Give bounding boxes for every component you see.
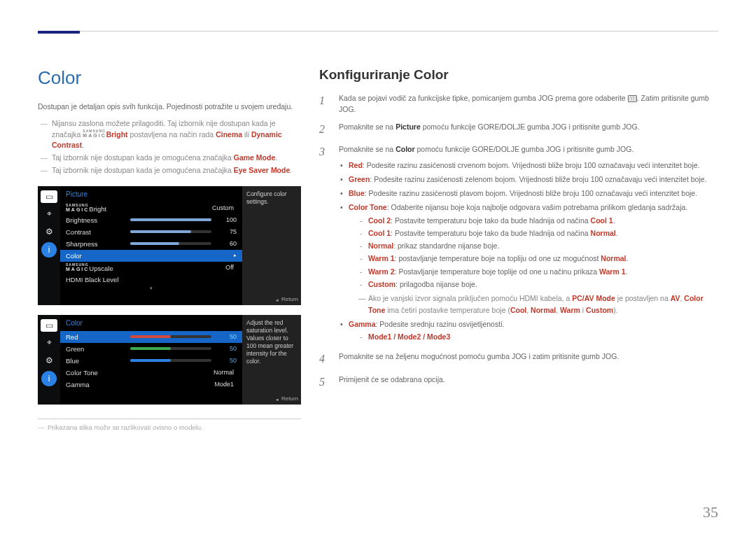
step-number: 5: [319, 374, 329, 391]
osd-tip: Adjust the red saturation level. Values …: [242, 315, 301, 405]
osd-row-label: HDMI Black Level: [66, 276, 130, 283]
note-item: Taj izbornik nije dostupan kada je omogu…: [45, 153, 301, 164]
osd-row-label: SAMSUNGMAGICBright: [66, 204, 130, 213]
page-top-rule: [38, 31, 718, 36]
osd-row-label: Color Tone: [66, 369, 130, 377]
target-icon[interactable]: ⌖: [41, 335, 57, 350]
step-number: 3: [319, 143, 329, 345]
page-content: Color Dostupan je detaljan opis svih fun…: [38, 67, 718, 513]
osd-return[interactable]: ◂Return: [276, 296, 298, 303]
osd-nav-icons: ▭ ⌖ ⚙ i: [38, 315, 60, 405]
step-body: Kada se pojavi vodič za funkcijske tipke…: [339, 92, 718, 115]
sub-list: Mode1 / Mode2 / Mode3: [358, 331, 718, 342]
bullet-list: Red: Podesite razinu zasićenosti crvenom…: [339, 160, 718, 343]
osd-picture-menu: ▭ ⌖ ⚙ i Picture SAMSUNGMAGICBrightCustom…: [38, 186, 301, 305]
osd-value-text: Off: [130, 264, 237, 271]
osd-row[interactable]: HDMI Black Level: [60, 274, 242, 286]
sub-item: Warm 2: Postavljanje temperature boje to…: [358, 266, 718, 277]
osd-row[interactable]: Brightness100: [60, 214, 242, 226]
bullet-item: Gamma: Podesite srednju razinu osvijetlj…: [339, 318, 718, 343]
monitor-icon[interactable]: ▭: [41, 190, 57, 203]
info-icon[interactable]: i: [41, 242, 57, 258]
osd-row-label: Sharpness: [66, 240, 130, 248]
slider-track[interactable]: [130, 335, 211, 338]
step: 5Primijenit će se odabrana opcija.: [319, 374, 718, 391]
menu-icon: ▯▯▯: [628, 95, 637, 102]
osd-row-label: Brightness: [66, 216, 130, 224]
step: 2Pomaknite se na Picture pomoću funkcije…: [319, 121, 718, 139]
osd-return[interactable]: ◂Return: [276, 395, 298, 402]
bullet-item: Green: Podesite razinu zasićenosti zelen…: [339, 174, 718, 185]
left-column: Color Dostupan je detaljan opis svih fun…: [38, 67, 301, 513]
osd-value: 60: [217, 240, 237, 247]
osd-value: 50: [217, 345, 237, 352]
note-item: Taj izbornik nije dostupan kada je omogu…: [45, 165, 301, 176]
slider-track[interactable]: [130, 359, 211, 362]
osd-row-label: Gamma: [66, 381, 130, 388]
footnote: Prikazana slika može se razlikovati ovis…: [38, 423, 301, 431]
osd-row-label: Green: [66, 345, 130, 353]
slider-track[interactable]: [130, 347, 211, 350]
osd-value-text: Custom: [130, 204, 237, 211]
slider-track[interactable]: [130, 230, 211, 233]
osd-value: 75: [217, 228, 237, 235]
heading-color: Color: [38, 67, 301, 89]
target-icon[interactable]: ⌖: [41, 206, 57, 221]
osd-value: 100: [217, 216, 237, 223]
osd-row-label: Red: [66, 333, 130, 341]
step-body: Primijenit će se odabrana opcija.: [339, 374, 718, 391]
gear-icon[interactable]: ⚙: [41, 353, 57, 368]
slider-fill: [130, 230, 191, 233]
osd-row[interactable]: Blue50: [60, 355, 242, 367]
sub-item: Custom: prilagodba nijanse boje.: [358, 279, 718, 290]
osd-value-text: Normal: [130, 369, 237, 376]
bullet-note: ―Ako je vanjski izvor signala priključen…: [358, 293, 718, 316]
gear-icon[interactable]: ⚙: [41, 224, 57, 239]
osd-row[interactable]: SAMSUNGMAGICBrightCustom: [60, 202, 242, 214]
osd-title: Picture: [60, 189, 242, 202]
osd-row[interactable]: GammaMode1: [60, 379, 242, 391]
footnote-rule: [38, 419, 301, 419]
step: 1Kada se pojavi vodič za funkcijske tipk…: [319, 92, 718, 115]
step-number: 1: [319, 92, 329, 115]
sub-list: Cool 2: Postavite temperaturu boje tako …: [358, 215, 718, 290]
chevron-right-icon: ▸: [230, 253, 237, 258]
osd-row-label: Color: [66, 252, 130, 260]
osd-value: 50: [217, 357, 237, 364]
slider-fill: [130, 347, 171, 350]
osd-row[interactable]: Sharpness60: [60, 238, 242, 250]
step-body: Pomaknite se na Picture pomoću funkcije …: [339, 121, 718, 139]
note-item: Nijansu zaslona možete prilagoditi. Taj …: [45, 118, 301, 151]
osd-nav-icons: ▭ ⌖ ⚙ i: [38, 186, 60, 305]
step-body: Pomaknite se na željenu mogućnost pomoću…: [339, 351, 718, 368]
step: 3Pomaknite se na Color pomoću funkcije G…: [319, 143, 718, 345]
osd-value: 50: [217, 333, 237, 340]
osd-row[interactable]: Green50: [60, 343, 242, 355]
osd-tip: Configure color settings. ◂Return: [242, 186, 301, 305]
osd-row[interactable]: Color ToneNormal: [60, 367, 242, 379]
osd-title: Color: [60, 318, 242, 331]
slider-track[interactable]: [130, 242, 211, 245]
sub-item: Warm 1: postavljanje temperature boje na…: [358, 253, 718, 264]
step-number: 4: [319, 351, 329, 368]
slider-fill: [130, 242, 179, 245]
page-number: 35: [703, 503, 718, 521]
slider-track[interactable]: [130, 218, 211, 221]
right-column: Konfiguriranje Color 1Kada se pojavi vod…: [319, 67, 718, 513]
osd-row[interactable]: Red50: [60, 331, 242, 343]
osd-row[interactable]: Contrast75: [60, 226, 242, 238]
bullet-item: Red: Podesite razinu zasićenosti crvenom…: [339, 160, 718, 171]
osd-row[interactable]: Color▸: [60, 250, 242, 262]
step: 4Pomaknite se na željenu mogućnost pomoć…: [319, 351, 718, 368]
info-icon[interactable]: i: [41, 371, 57, 386]
osd-color-menu: ▭ ⌖ ⚙ i Color Red50Green50Blue50Color To…: [38, 315, 301, 405]
osd-row-label: Blue: [66, 357, 130, 365]
osd-main: Color Red50Green50Blue50Color ToneNormal…: [60, 315, 242, 405]
sub-item: Cool 2: Postavite temperaturu boje tako …: [358, 215, 718, 226]
osd-row-label: SAMSUNGMAGICUpscale: [66, 263, 130, 272]
samsung-magic-inline: SAMSUNGMAGIC: [83, 129, 106, 138]
osd-row[interactable]: SAMSUNGMAGICUpscaleOff: [60, 262, 242, 274]
heading-configure: Konfiguriranje Color: [319, 67, 718, 83]
monitor-icon[interactable]: ▭: [41, 319, 57, 332]
slider-fill: [130, 218, 211, 221]
